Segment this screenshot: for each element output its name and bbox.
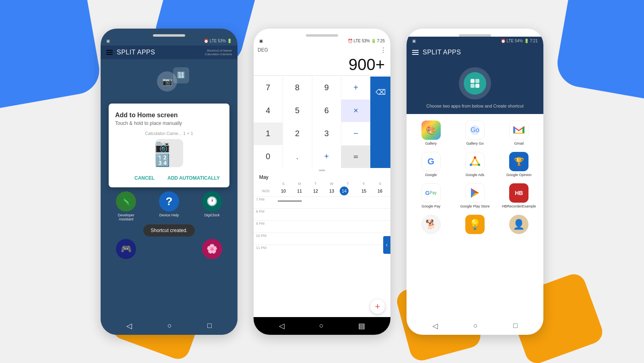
list-item-developer-assistant[interactable]: 🦎 Developer Assistant bbox=[112, 191, 140, 221]
app-icon-gmail bbox=[509, 120, 528, 140]
toast-container: Shortcut created. bbox=[101, 223, 237, 238]
list-item-app-partial-1[interactable]: 🎮 bbox=[112, 239, 140, 259]
list-item-person-app[interactable]: 👤 bbox=[498, 212, 540, 238]
calc-btn-9[interactable]: 9 bbox=[312, 77, 341, 99]
cal-f: F bbox=[356, 182, 372, 186]
app-label-google-play-store: Google Play Store bbox=[460, 204, 489, 208]
list-item-google-ads[interactable]: Google Ads bbox=[454, 149, 496, 179]
floating-icon-calc: 🔢 bbox=[173, 67, 189, 83]
list-item-gallery-go[interactable]: Go Gallery Go bbox=[454, 118, 496, 148]
list-item-app9[interactable]: 🐕 bbox=[410, 212, 452, 238]
calendar-section: May S M T W T F S W20 10 11 12 13 14 15 … bbox=[254, 173, 390, 317]
hamburger-icon-3[interactable] bbox=[412, 50, 419, 55]
cal-day-11[interactable]: 11 bbox=[291, 189, 308, 193]
nav-home-1[interactable]: ○ bbox=[167, 322, 172, 330]
status-icon-1: ▣ bbox=[106, 39, 110, 43]
nav-recents-2[interactable]: ▤ bbox=[358, 322, 365, 330]
dialog-actions: CANCEL ADD AUTOMATICALLY bbox=[115, 174, 223, 183]
calc-btn-8[interactable]: 8 bbox=[283, 77, 312, 99]
calc-btn-6[interactable]: 6 bbox=[312, 100, 341, 122]
nav-back-3[interactable]: ◁ bbox=[432, 322, 438, 330]
cal-time-label-10pm: 10 PM bbox=[256, 234, 274, 244]
list-item-app-partial-2[interactable] bbox=[155, 239, 183, 259]
calc-btn-7[interactable]: 7 bbox=[254, 77, 283, 99]
cal-day-15[interactable]: 15 bbox=[356, 189, 372, 193]
cal-fab[interactable]: + bbox=[370, 299, 385, 314]
list-item-google-opinion[interactable]: 🏆 Google Opinion bbox=[498, 149, 540, 179]
dialog-title: Add to Home screen bbox=[115, 112, 223, 119]
calc-btn-equals[interactable]: ＝ bbox=[341, 145, 370, 168]
calc-btn-minus[interactable]: − bbox=[341, 122, 370, 145]
cancel-button[interactable]: CANCEL bbox=[131, 174, 158, 183]
dialog-icon-preview: 📷🔢 bbox=[115, 139, 223, 167]
app-bar-3: SPLIT APPS bbox=[407, 46, 543, 59]
nav-home-2[interactable]: ○ bbox=[319, 322, 324, 330]
calc-btn-dot[interactable]: . bbox=[283, 145, 312, 168]
app-label-google-opinion: Google Opinion bbox=[506, 173, 532, 177]
app-icon-digiclock: 🕐 bbox=[202, 191, 222, 212]
nav-back-2[interactable]: ◁ bbox=[279, 322, 285, 330]
svg-rect-0 bbox=[471, 79, 475, 83]
home-apps-row-2: 🎮 🌸 bbox=[101, 238, 237, 261]
cal-s2: S bbox=[372, 182, 388, 186]
status-bar-2: ▣ ⏰ LTE 53% 🔋 7:25 bbox=[254, 37, 390, 46]
list-item-device-help[interactable]: ? Device Help bbox=[155, 191, 183, 221]
cal-time-label-9pm: 9 PM bbox=[256, 222, 274, 232]
split-drag-handle[interactable] bbox=[319, 170, 325, 171]
cal-time-slots: 7 PM 8 PM 9 PM 10 PM 11 PM bbox=[254, 196, 390, 257]
nav-recents-3[interactable]: □ bbox=[513, 322, 518, 330]
cal-t1: T bbox=[308, 182, 324, 186]
app-title-3: SPLIT APPS bbox=[423, 49, 461, 56]
phone-3: ▣ ⏰ LTE 54% 🔋 7:21 SPLIT APPS bbox=[407, 29, 543, 335]
list-item-bulb-app[interactable]: 💡 bbox=[454, 212, 496, 238]
calc-btn-multiply[interactable]: × bbox=[341, 100, 370, 122]
list-item-digiclock[interactable]: 🕐 DigiClock bbox=[198, 191, 226, 221]
list-item-google-pay[interactable]: GPay Google Pay bbox=[410, 181, 452, 211]
calc-backspace[interactable]: ⌫ bbox=[376, 88, 386, 97]
list-item-hb-recorder[interactable]: HB HBRecorderExample bbox=[498, 181, 540, 211]
app-label-hb-recorder: HBRecorderExample bbox=[502, 204, 536, 208]
cal-day-14-today[interactable]: 14 bbox=[340, 187, 349, 195]
hamburger-icon-1[interactable] bbox=[106, 50, 113, 55]
status-right-2: ⏰ LTE 53% 🔋 7:25 bbox=[348, 39, 385, 43]
nav-home-3[interactable]: ○ bbox=[473, 322, 478, 330]
calc-menu-icon[interactable]: ⋮ bbox=[380, 46, 386, 54]
split-handle-right[interactable]: ‹ bbox=[383, 236, 390, 254]
dialog-subtitle: Touch & hold to place manually bbox=[115, 120, 223, 126]
calc-btn-1[interactable]: 1 bbox=[254, 122, 283, 145]
calc-btn-0[interactable]: 0 bbox=[254, 145, 283, 168]
cal-day-13[interactable]: 13 bbox=[324, 189, 340, 193]
cal-day-12[interactable]: 12 bbox=[308, 189, 324, 193]
nav-back-1[interactable]: ◁ bbox=[126, 322, 132, 330]
app-label-device-help: Device Help bbox=[159, 213, 179, 217]
app-icon-device-help: ? bbox=[159, 191, 179, 212]
cal-week-num: W20 bbox=[256, 189, 275, 193]
cal-month: May bbox=[259, 174, 268, 180]
add-automatically-button[interactable]: ADD AUTOMATICALLY bbox=[164, 174, 223, 183]
list-item-google[interactable]: G Google bbox=[410, 149, 452, 179]
list-item-app-partial-3[interactable]: 🌸 bbox=[198, 239, 226, 259]
calc-btn-plus-bottom[interactable]: + bbox=[312, 145, 341, 168]
list-item-gallery[interactable]: 🎨 Gallery bbox=[410, 118, 452, 148]
calc-btn-4[interactable]: 4 bbox=[254, 100, 283, 122]
app-icon-gallery-go: Go bbox=[465, 120, 485, 140]
calc-btn-2[interactable]: 2 bbox=[283, 122, 312, 145]
cal-time-10pm: 10 PM bbox=[254, 232, 390, 245]
app-icon-bulb: 💡 bbox=[465, 215, 485, 234]
shortcut-sub-1: Calculator-Camera bbox=[205, 52, 232, 56]
calc-btn-3[interactable]: 3 bbox=[312, 122, 341, 145]
calc-btn-5[interactable]: 5 bbox=[283, 100, 312, 122]
cal-wk-header bbox=[256, 182, 275, 186]
app-icon-google-ads bbox=[465, 152, 485, 171]
app-bar-1: SPLIT APPS Shortcut of Name Calculator-C… bbox=[101, 46, 237, 59]
calc-btn-plus-top[interactable]: + bbox=[341, 77, 370, 99]
cal-day-10[interactable]: 10 bbox=[275, 189, 291, 193]
phone1-content: 📷 🔢 Add to Home screen Touch & hold to p… bbox=[101, 59, 237, 317]
status-right-1: ⏰ LTE 53% 🔋 bbox=[204, 39, 232, 43]
list-item-google-play-store[interactable]: Google Play Store bbox=[454, 181, 496, 211]
list-item-gmail[interactable]: Gmail bbox=[498, 118, 540, 148]
nav-recents-1[interactable]: □ bbox=[207, 322, 212, 330]
cal-day-16[interactable]: 16 bbox=[372, 189, 388, 193]
nav-bar-1: ◁ ○ □ bbox=[101, 317, 237, 335]
phone-1: ▣ ⏰ LTE 53% 🔋 SPLIT APPS Shortcut of Nam… bbox=[101, 29, 237, 335]
